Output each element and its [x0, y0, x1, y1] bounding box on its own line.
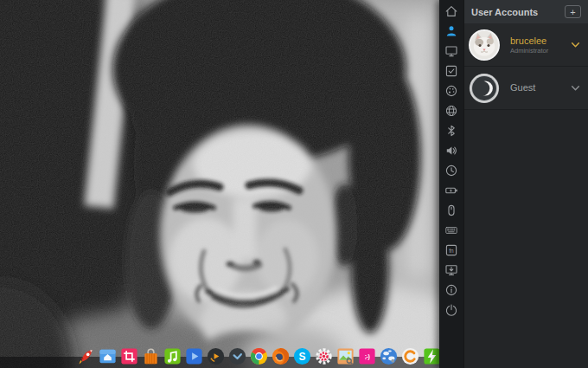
user-row-brucelee[interactable]: brucelee Administrator [464, 23, 588, 67]
user-role: Administrator [510, 47, 571, 55]
launcher-icon[interactable] [76, 346, 96, 366]
panel-header: User Accounts + [464, 0, 588, 23]
chevron-down-icon[interactable] [571, 42, 580, 48]
sidebar-item-sound[interactable] [444, 144, 458, 158]
kitten-avatar [469, 29, 500, 61]
user-accounts-page: User Accounts + brucelee Administrator G… [463, 0, 588, 368]
sidebar-item-home[interactable] [444, 4, 458, 18]
default-applications-icon [444, 64, 458, 78]
sidebar-item-system-info[interactable] [444, 283, 458, 297]
page-title: User Accounts [471, 7, 538, 17]
user-list: brucelee Administrator Guest [464, 23, 588, 110]
display-icon [444, 44, 458, 58]
graphics-driver-icon[interactable] [314, 346, 334, 366]
sidebar-item-mouse[interactable] [444, 203, 458, 217]
screenshot-icon[interactable] [119, 346, 139, 366]
sound-icon [444, 144, 458, 158]
shutdown-icon [444, 303, 458, 317]
chevron-down-icon[interactable] [571, 85, 580, 92]
music-icon[interactable] [163, 346, 182, 366]
user-name: Guest [510, 82, 571, 94]
datetime-icon [444, 164, 458, 178]
dock-items: S;-) [76, 346, 442, 366]
sidebar-item-shortcuts[interactable]: fn [444, 243, 458, 257]
remote-assistance-icon[interactable] [379, 346, 399, 366]
sidebar-item-keyboard[interactable] [444, 223, 458, 237]
system-update-icon [444, 263, 458, 277]
system-info-icon [444, 283, 458, 297]
user-avatar [469, 73, 500, 104]
image-viewer-icon[interactable] [336, 346, 355, 366]
movie-icon[interactable] [184, 346, 204, 366]
sidebar-item-bluetooth[interactable] [444, 124, 458, 138]
settings-nav-strip: fn [439, 0, 463, 368]
app-store-icon[interactable] [141, 346, 161, 366]
sidebar-item-default-applications[interactable] [444, 64, 458, 78]
installer-icon[interactable] [400, 346, 420, 366]
wallpaper-portrait-art [0, 0, 441, 368]
user-row-guest[interactable]: Guest [464, 67, 588, 110]
bluetooth-icon [444, 124, 458, 138]
sidebar-item-network[interactable] [444, 104, 458, 118]
user-name: brucelee [510, 36, 571, 47]
wallpaper-photo [0, 0, 441, 368]
home-icon [444, 4, 458, 18]
chrome-icon[interactable] [249, 346, 269, 366]
verification-tool-icon[interactable] [227, 346, 247, 366]
control-center-panel: fn User Accounts + brucelee Administrato… [439, 0, 588, 368]
sidebar-item-datetime[interactable] [444, 164, 458, 178]
sidebar-item-accounts[interactable] [444, 24, 458, 38]
mouse-icon [444, 203, 458, 217]
shortcuts-icon [444, 243, 458, 257]
desktop-screen: S;-) fn User Accounts + brucelee Adminis… [0, 0, 588, 368]
skype-icon[interactable]: S [292, 346, 312, 366]
power-icon [444, 184, 458, 197]
deepin-avatar [469, 73, 500, 104]
user-avatar [469, 29, 500, 61]
sidebar-item-shutdown[interactable] [444, 303, 458, 317]
sidebar-item-system-update[interactable] [444, 263, 458, 277]
firefox-icon[interactable] [271, 346, 291, 366]
sidebar-item-power[interactable] [444, 184, 458, 197]
sidebar-item-display[interactable] [444, 44, 458, 58]
sidebar-item-personalization[interactable] [444, 84, 458, 98]
file-manager-icon[interactable] [98, 346, 118, 366]
accounts-icon [444, 24, 458, 38]
user-meta: brucelee Administrator [510, 36, 571, 55]
network-icon [444, 104, 458, 118]
dock: S;-) [0, 340, 441, 368]
feedback-icon[interactable]: ;-) [357, 346, 377, 366]
user-meta: Guest [510, 82, 571, 94]
screen-recorder-icon[interactable] [206, 346, 226, 366]
add-user-button[interactable]: + [565, 5, 581, 18]
keyboard-icon [444, 223, 458, 237]
personalization-icon [444, 84, 458, 98]
